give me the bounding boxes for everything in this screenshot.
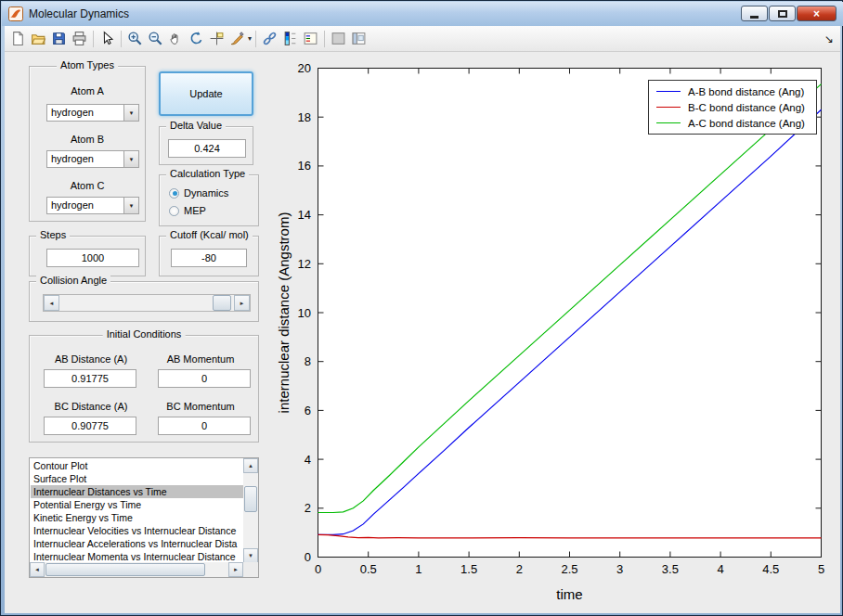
bc-distance-field[interactable]: 0.90775 [44,417,136,435]
svg-text:2.5: 2.5 [561,562,577,576]
list-item[interactable]: Internuclear Distances vs Time [31,485,243,498]
legend-label: A-C bond distance (Ang) [688,118,805,129]
legend-entry: B-C bond distance (Ang) [649,99,816,115]
delta-value-field[interactable]: 0.424 [168,139,246,158]
plot-type-listbox[interactable]: Contour Plot Surface Plot Internuclear D… [29,457,259,578]
maximize-button[interactable] [769,6,796,21]
steps-field[interactable]: 1000 [46,249,139,267]
vertical-scroll-thumb[interactable] [244,486,257,512]
plot-axes: 00.511.522.533.544.5502468101214161820ti… [318,68,822,558]
list-item[interactable]: Kinetic Energy vs Time [31,511,243,524]
svg-text:4.5: 4.5 [762,562,779,576]
brush-dropdown-arrow-icon[interactable]: ▾ [248,34,252,43]
slider-thumb[interactable] [213,295,231,311]
app-icon [8,6,23,21]
cutoff-panel: Cutoff (Kcal/ mol) -80 [159,236,259,276]
zoom-out-icon[interactable] [146,29,165,49]
rotate-3d-icon[interactable] [187,29,206,49]
maximize-icon [778,10,787,18]
svg-text:time: time [556,586,582,602]
ab-momentum-label: AB Momentum [149,353,253,365]
dynamics-radio[interactable]: Dynamics [169,187,228,199]
insert-legend-icon[interactable] [301,29,320,49]
svg-text:2: 2 [516,562,523,576]
toolbar-separator [324,31,325,47]
series-line-swatch [656,107,681,108]
figure-canvas: Atom Types Atom A hydrogen ▼ Atom B hydr… [5,52,840,613]
zoom-in-icon[interactable] [125,29,145,49]
titlebar[interactable]: Molecular Dynamics × [2,2,843,26]
scroll-down-icon[interactable]: ▼ [243,548,258,563]
collision-angle-title: Collision Angle [36,275,110,286]
hide-plot-tools-icon[interactable] [329,29,348,49]
new-document-icon[interactable] [8,29,28,49]
brush-data-button[interactable]: ▾ [227,29,252,49]
svg-text:12: 12 [298,257,311,271]
atom-b-value: hydrogen [51,153,94,164]
atom-c-dropdown[interactable]: hydrogen ▼ [46,197,139,214]
list-item[interactable]: Surface Plot [31,472,243,485]
list-item[interactable]: Internuclear Accelerations vs Internucle… [31,537,243,550]
svg-text:16: 16 [298,159,311,173]
svg-text:2: 2 [305,501,311,515]
dropdown-arrow-icon[interactable]: ▼ [123,105,138,121]
update-button[interactable]: Update [159,71,253,116]
bc-momentum-label: BC Momentum [149,401,253,412]
scroll-left-icon[interactable]: ◄ [30,562,45,577]
svg-text:6: 6 [305,404,311,417]
slider-left-arrow-icon[interactable]: ◄ [44,295,59,311]
scrollbar-corner [243,562,258,577]
dynamics-radio-label: Dynamics [184,187,228,199]
initial-conditions-title: Initial Conditions [103,328,186,340]
minimize-icon [750,16,759,19]
data-cursor-icon[interactable] [207,29,227,49]
svg-text:4: 4 [717,562,723,576]
legend-label: A-B bond distance (Ang) [688,86,804,97]
ab-distance-field[interactable]: 0.91775 [44,369,136,388]
print-icon[interactable] [70,29,89,49]
bc-momentum-field[interactable]: 0 [158,417,251,435]
svg-text:5: 5 [818,562,824,576]
collision-angle-slider[interactable]: ◄ ► [43,294,251,312]
svg-text:3.5: 3.5 [662,562,679,576]
svg-text:3: 3 [616,562,623,576]
list-item[interactable]: Contour Plot [31,459,243,472]
show-plot-tools-icon[interactable] [349,29,369,49]
ab-momentum-field[interactable]: 0 [158,369,251,388]
plot-legend[interactable]: A-B bond distance (Ang) B-C bond distanc… [648,80,817,135]
list-item[interactable]: Potential Energy vs Time [31,498,243,511]
dock-figure-icon[interactable]: ↘ [824,32,837,45]
scroll-up-icon[interactable]: ▲ [243,458,258,473]
list-item[interactable]: Internuclear Velocities vs Internuclear … [31,524,243,537]
edit-plot-arrow-icon[interactable] [97,29,117,49]
svg-text:10: 10 [298,306,311,320]
svg-text:20: 20 [298,61,311,75]
pan-hand-icon[interactable] [166,29,186,49]
mep-radio[interactable]: MEP [169,205,206,216]
horizontal-scrollbar[interactable]: ◄ ► [30,562,243,577]
cutoff-field[interactable]: -80 [171,249,247,267]
insert-colorbar-icon[interactable] [280,29,300,49]
delta-value-title: Delta Value [166,120,226,131]
minimize-button[interactable] [741,6,768,21]
vertical-scrollbar[interactable]: ▲ ▼ [243,458,258,563]
atom-c-value: hydrogen [51,199,94,211]
ab-distance-label: AB Distance (A) [37,353,145,365]
atom-b-dropdown[interactable]: hydrogen ▼ [46,150,139,168]
plot-type-list: Contour Plot Surface Plot Internuclear D… [31,459,243,563]
series-line-swatch [656,122,681,123]
close-button[interactable]: × [797,6,837,21]
atom-a-value: hydrogen [51,107,94,118]
slider-right-arrow-icon[interactable]: ► [234,295,250,311]
scroll-right-icon[interactable]: ► [228,562,243,577]
list-item[interactable]: Internuclear Momenta vs Internuclear Dis… [31,550,243,563]
open-folder-icon[interactable] [29,29,48,49]
save-icon[interactable] [49,29,69,49]
horizontal-scroll-thumb[interactable] [45,563,205,576]
dropdown-arrow-icon[interactable]: ▼ [123,151,138,167]
svg-text:1: 1 [415,562,422,576]
link-plot-icon[interactable] [260,29,279,49]
dropdown-arrow-icon[interactable]: ▼ [123,198,138,213]
atom-a-dropdown[interactable]: hydrogen ▼ [46,104,139,122]
figure-window: ▾ ↘ Atom Types Atom A hydrogen ▼ Atom B [5,26,840,613]
